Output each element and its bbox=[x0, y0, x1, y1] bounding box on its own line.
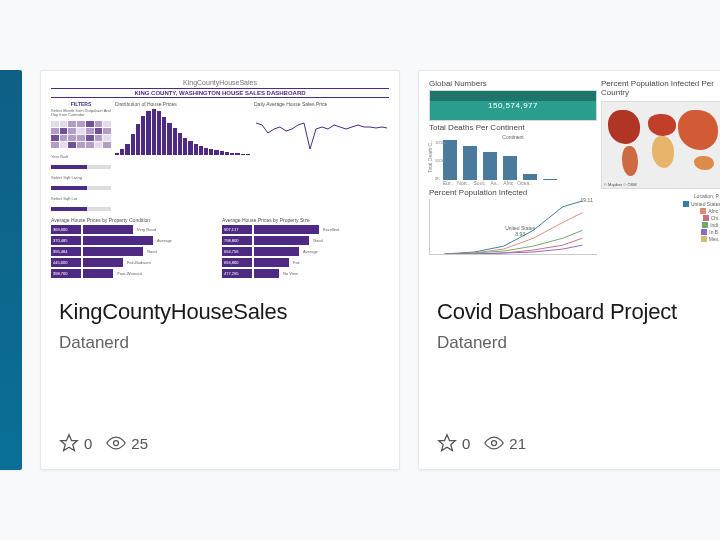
table-left: Average House Prices by Property Conditi… bbox=[51, 217, 218, 280]
line-panel: Daily Average House Sales Price bbox=[254, 101, 389, 211]
histogram-panel: Distribution of House Prices bbox=[115, 101, 250, 211]
card-kingcounty[interactable]: KingCountyHouseSales KING COUNTY, WASHIN… bbox=[40, 70, 400, 470]
card-author[interactable]: Datanerd bbox=[437, 333, 720, 353]
series-label: United States 8.93 bbox=[505, 225, 535, 237]
svg-point-1 bbox=[114, 441, 119, 446]
svg-marker-2 bbox=[439, 435, 456, 451]
card-title: KingCountyHouseSales bbox=[59, 299, 381, 325]
table-right: Average House Prices by Property Size 90… bbox=[222, 217, 389, 280]
star-icon bbox=[59, 433, 79, 453]
deaths-panel: Total Deaths Per Continent Continent Tot… bbox=[429, 123, 597, 186]
table-title: Average House Prices by Property Size bbox=[222, 217, 389, 223]
panel-title: Percent Population Infected bbox=[429, 188, 597, 197]
card-partial-left[interactable] bbox=[0, 70, 22, 470]
card-footer: 0 25 bbox=[41, 419, 399, 469]
star-stat[interactable]: 0 bbox=[437, 433, 470, 453]
star-stat[interactable]: 0 bbox=[59, 433, 92, 453]
eye-icon bbox=[484, 433, 504, 453]
card-body: KingCountyHouseSales Datanerd bbox=[41, 281, 399, 361]
table-title: Average House Prices by Property Conditi… bbox=[51, 217, 218, 223]
card-body: Covid Dashboard Project Datanerd bbox=[419, 281, 720, 361]
filter-label: Select Sqft Lot bbox=[51, 196, 111, 201]
line-title: Daily Average House Sales Price bbox=[254, 101, 389, 107]
svg-point-3 bbox=[492, 441, 497, 446]
filter-label: Select Sqft Living bbox=[51, 175, 111, 180]
location-label: Location, P.. bbox=[601, 193, 720, 199]
slider-icon bbox=[51, 186, 111, 190]
world-map-icon: © Mapbox © OSM bbox=[601, 101, 720, 189]
data-label: 19.11 bbox=[580, 197, 593, 203]
x-axis: Eur..Nort..Sout..As..AfricOcea.. bbox=[443, 180, 597, 186]
hist-title: Distribution of House Prices bbox=[115, 101, 250, 107]
card-author[interactable]: Datanerd bbox=[59, 333, 381, 353]
deaths-bars bbox=[443, 140, 597, 180]
view-stat: 25 bbox=[106, 433, 148, 453]
view-count: 25 bbox=[131, 435, 148, 452]
panel-title: Percent Population Infected Per Country bbox=[601, 79, 720, 97]
filters-heading: FILTERS bbox=[51, 101, 111, 107]
thumbnail: Global Numbers 150,574,977 Total Deaths … bbox=[419, 71, 720, 281]
calendar-icon bbox=[51, 121, 111, 148]
pp-chart: 19.11 United States 8.93 bbox=[429, 199, 597, 255]
global-value: 150,574,977 bbox=[430, 91, 596, 120]
star-count: 0 bbox=[84, 435, 92, 452]
line-chart-icon bbox=[254, 109, 389, 155]
y-axis-label: Total Death C.. bbox=[427, 140, 433, 173]
histogram-bars bbox=[115, 109, 250, 155]
view-count: 21 bbox=[509, 435, 526, 452]
filters-sub: Select Month from Dropdown And Day from … bbox=[51, 109, 111, 118]
side-legend: United States Afric.. Chi.. Indi.. In B.… bbox=[601, 201, 720, 242]
view-stat: 21 bbox=[484, 433, 526, 453]
panel-title: Global Numbers bbox=[429, 79, 597, 88]
slider-icon bbox=[51, 207, 111, 211]
svg-marker-0 bbox=[61, 435, 78, 451]
filter-label: Year Built bbox=[51, 154, 111, 159]
card-title: Covid Dashboard Project bbox=[437, 299, 720, 325]
thumbnail: KingCountyHouseSales KING COUNTY, WASHIN… bbox=[41, 71, 399, 281]
thumb-header: KingCountyHouseSales bbox=[51, 79, 389, 86]
panel-title: Total Deaths Per Continent bbox=[429, 123, 597, 132]
card-footer: 0 21 bbox=[419, 419, 720, 469]
global-panel: Global Numbers 150,574,977 bbox=[429, 79, 597, 121]
pp-panel: Percent Population Infected 19.11 United… bbox=[429, 188, 597, 255]
star-icon bbox=[437, 433, 457, 453]
eye-icon bbox=[106, 433, 126, 453]
slider-icon bbox=[51, 165, 111, 169]
thumb-title: KING COUNTY, WASHINGTON HOUSE SALES DASH… bbox=[51, 88, 389, 98]
filters-panel: FILTERS Select Month from Dropdown And D… bbox=[51, 101, 111, 211]
star-count: 0 bbox=[462, 435, 470, 452]
card-covid[interactable]: Global Numbers 150,574,977 Total Deaths … bbox=[418, 70, 720, 470]
